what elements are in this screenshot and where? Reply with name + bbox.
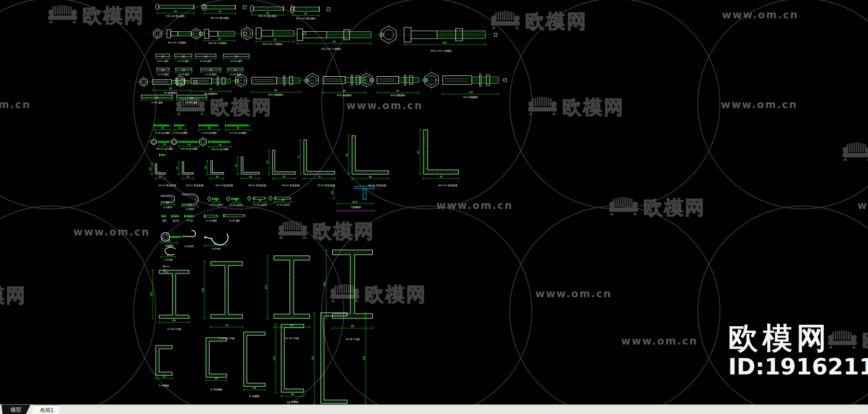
cad-shape	[842, 147, 848, 153]
dimension-value: 74	[225, 324, 228, 327]
angle-steel-drawing: 505050×5 等边角钢	[266, 149, 300, 187]
cad-shape	[156, 4, 159, 10]
part-label: 4×18 自攻钉	[230, 203, 243, 206]
cad-shape	[294, 7, 319, 12]
tab-model-space[interactable]: 模型	[1, 405, 30, 414]
part-label: 6×60 扁钢	[151, 101, 163, 104]
cad-shape	[337, 285, 339, 293]
cad-shape	[513, 13, 515, 20]
dimension-value: 40	[188, 143, 190, 146]
dimension-value: 25	[163, 143, 166, 146]
dimension-value: 95	[396, 89, 399, 92]
cad-shape	[609, 212, 614, 215]
cad-shape	[161, 197, 173, 202]
cad-shape	[500, 12, 501, 20]
tab-layout1-label: 布局1	[40, 407, 54, 414]
cad-shape	[842, 153, 868, 157]
cad-shape	[399, 77, 419, 83]
screw-body	[161, 154, 166, 155]
hex-bolt-drawing: 40M8×40 六角螺栓	[188, 26, 246, 45]
expansion-anchor-drawing: 90M12 膨胀螺栓	[302, 70, 374, 97]
part-label: 扁头钉	[173, 219, 179, 222]
angle-steel-label: 25×3 等边角钢	[186, 184, 203, 187]
part-label: 6×60 扁钢	[186, 101, 198, 104]
angle-steel-label: 80×8 等边角钢	[368, 184, 386, 187]
flat-pin-drawing: 254×25 扁销	[155, 54, 171, 63]
brand-watermark-text: 欧模网	[0, 284, 27, 306]
cad-shape	[70, 7, 72, 14]
sofa-watermark-icon	[278, 221, 308, 239]
dimension-value: 38	[209, 69, 212, 71]
channel-steel-drawing: 438 号槽钢	[243, 332, 266, 398]
round-head-bolt-drawing: 50M8×50 圆头螺栓	[203, 4, 246, 20]
cad-shape	[339, 285, 340, 293]
cad-shape	[48, 10, 54, 16]
part-label: 4×25 扁销	[157, 59, 169, 63]
cad-shape	[633, 212, 638, 215]
cad-shape	[48, 20, 53, 23]
cad-shape	[546, 97, 547, 106]
dimension-value: 100	[149, 292, 152, 297]
part-label: 3×24 圆销	[157, 73, 169, 76]
dimension-value: 70	[318, 175, 321, 178]
cad-shape	[509, 12, 510, 20]
angle-steel-drawing: 202020×3 等边角钢	[149, 163, 176, 187]
cad-shape	[61, 5, 63, 14]
tab-layout1[interactable]: 布局1	[31, 405, 63, 414]
url-watermark-text: www.om.cn	[857, 200, 868, 211]
dimension-value: 45	[304, 12, 307, 15]
part-label: M8×55 圆头螺栓	[258, 14, 277, 18]
cad-shape	[183, 98, 184, 106]
layout-tab-bar: 模型 布局1	[0, 404, 868, 414]
part-label: M6×45 盘头螺钉	[211, 148, 229, 151]
channel-height-dim: 126	[311, 312, 316, 404]
cad-shape	[539, 97, 541, 106]
cad-shape	[515, 15, 520, 22]
round-head-bolt-drawing: 60M6×60 圆头螺栓	[156, 4, 205, 18]
sofa-watermark-icon	[842, 142, 868, 161]
cad-shape	[176, 107, 205, 111]
cad-shape	[176, 101, 181, 108]
dimension-value: 110	[468, 91, 473, 94]
part-label: 问号挂钩	[185, 245, 194, 248]
dimension-value: 40	[204, 55, 207, 58]
dimension-value: 88	[351, 325, 354, 328]
flat-pin-drawing: 303×30 圆销	[175, 68, 193, 76]
cad-shape	[278, 235, 283, 239]
cad-shape	[278, 225, 284, 232]
dimension-value: 45	[214, 242, 217, 245]
model-id-text: ID:1916211	[728, 355, 868, 378]
angle-steel-label: 40×4 等边角钢	[248, 184, 266, 187]
screw-drawing: 383×38 自攻螺钉	[198, 124, 220, 134]
dimension-value: 30	[161, 126, 164, 129]
t-section-drawing: 2542.4T型钢截面	[330, 185, 376, 211]
cad-application-window: 欧模网欧模网欧模网欧模网欧模网欧模网欧模网欧模网欧模网欧模网www.om.cnw…	[0, 0, 868, 414]
part-label: M12×80 六角螺栓	[321, 47, 341, 51]
angle-steel-drawing: 303030×3 等边角钢	[204, 160, 233, 187]
cad-shape	[346, 284, 347, 293]
cad-shape	[273, 30, 294, 36]
hooks-drawing: 22羊眼螺钉问号挂钩45大号挂钩28小号挂钩挂钉	[160, 231, 228, 273]
dimension-value: 40	[234, 164, 237, 167]
dimension-value: 22	[168, 239, 171, 242]
url-watermark-text: www.om.cn	[535, 288, 612, 300]
dimension-value: 48	[291, 393, 294, 396]
angle-steel-label: 30×3 等边角钢	[215, 184, 233, 187]
dimension-value: 26	[166, 201, 169, 204]
expansion-anchor-drawing: 95M14 膨胀螺栓	[356, 70, 427, 97]
dimension-value: 90	[417, 151, 420, 153]
cad-shape	[854, 143, 855, 152]
cad-shape	[552, 111, 557, 115]
cad-shape	[55, 6, 56, 14]
hex-bolt-drawing: M6×25 六角螺栓	[150, 26, 203, 44]
dimension-value: 60	[174, 10, 177, 13]
cad-shape	[254, 7, 284, 11]
cad-shape	[348, 285, 350, 293]
cad-shape	[285, 222, 286, 230]
cad-shape	[298, 222, 299, 230]
dimension-value: 80	[369, 175, 372, 178]
machine-screw-drawing: 25M4×25 盘头螺钉	[148, 136, 174, 151]
flat-pin-drawing: 504×50 扁销	[222, 54, 250, 63]
cad-shape	[537, 97, 538, 106]
screw-body	[205, 215, 217, 217]
